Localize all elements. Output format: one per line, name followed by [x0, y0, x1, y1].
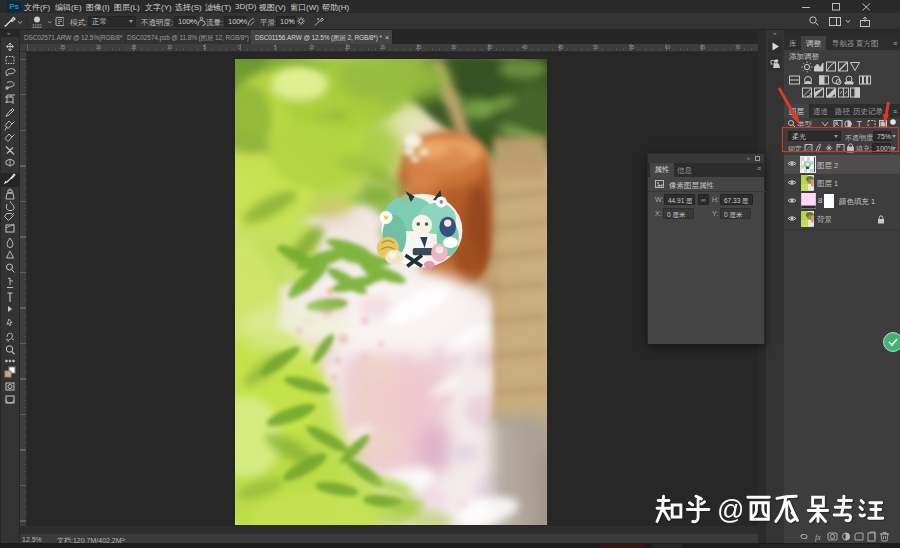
- svg-text:@: @: [717, 495, 744, 525]
